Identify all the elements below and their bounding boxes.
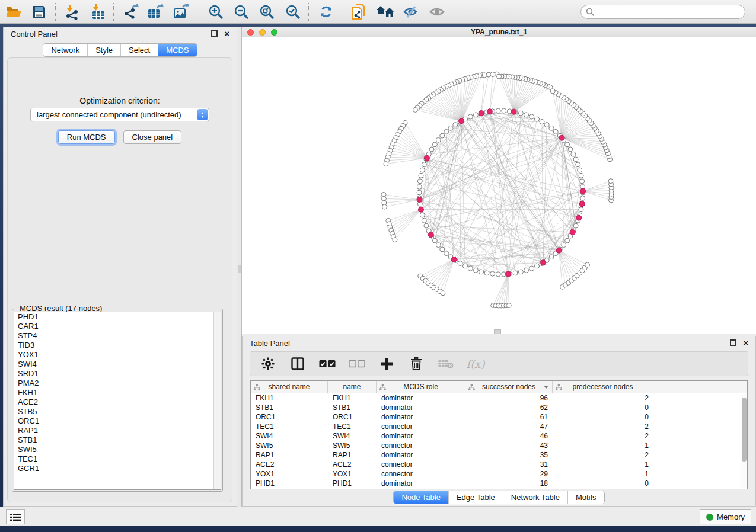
table-cell: 2 [553, 450, 653, 460]
mcds-list-scrollbar[interactable] [213, 312, 221, 489]
splitter-grip[interactable] [494, 329, 501, 334]
mcds-result-item[interactable]: RAP1 [14, 426, 221, 435]
open-file-icon[interactable] [3, 2, 24, 22]
mcds-result-item[interactable]: STP4 [14, 331, 221, 341]
add-column-icon[interactable] [378, 355, 395, 372]
settings-icon[interactable] [260, 355, 276, 372]
zoom-selected-icon[interactable] [282, 2, 304, 22]
mcds-result-item[interactable]: TEC1 [14, 454, 221, 464]
tab-style[interactable]: Style [88, 44, 121, 56]
dominator-node[interactable] [419, 207, 424, 212]
tab-select[interactable]: Select [121, 44, 158, 56]
mcds-result-list[interactable]: PHD1CAR1STP4TID3YOX1SWI4SRD1PMA2FKH1ACE2… [14, 312, 221, 490]
tab-edge-table[interactable]: Edge Table [449, 491, 503, 504]
column-header-name[interactable]: name [328, 381, 377, 393]
network-canvas[interactable] [242, 37, 756, 334]
mcds-result-item[interactable]: PMA2 [14, 379, 221, 388]
memory-button[interactable]: Memory [700, 509, 751, 524]
column-header-MCDS-role[interactable]: MCDS role [377, 381, 465, 393]
mcds-result-item[interactable]: FKH1 [14, 388, 221, 398]
mcds-result-item[interactable]: SRD1 [14, 369, 221, 379]
import-table-icon[interactable] [88, 2, 109, 22]
mcds-result-item[interactable]: PHD1 [14, 312, 221, 322]
dominator-node[interactable] [511, 109, 516, 114]
mcds-result-item[interactable]: ACE2 [14, 398, 221, 407]
column-header-predecessor-nodes[interactable]: predecessor nodes [553, 381, 653, 393]
dominator-node[interactable] [487, 109, 492, 114]
close-panel-button[interactable]: Close panel [123, 130, 182, 144]
table-row[interactable]: SWI4SWI4dominator462 [251, 431, 747, 441]
criterion-select[interactable]: largest connected component (undirected)… [30, 108, 209, 121]
table-row[interactable]: SWI5SWI5connector431 [251, 441, 747, 450]
tab-motifs[interactable]: Motifs [568, 491, 604, 504]
delete-icon[interactable] [408, 355, 425, 372]
dominator-node[interactable] [559, 135, 564, 140]
show-panel-icon[interactable] [426, 2, 448, 22]
mcds-result-item[interactable]: STB1 [14, 435, 221, 445]
refresh-icon[interactable] [315, 2, 337, 22]
export-table-icon[interactable] [145, 2, 166, 22]
float-panel-icon[interactable] [730, 339, 736, 346]
dominator-node[interactable] [570, 229, 575, 235]
close-panel-icon[interactable]: × [743, 338, 748, 348]
tab-node-table[interactable]: Node Table [394, 491, 449, 504]
network-titlebar[interactable]: YPA_prune.txt_1 [242, 27, 756, 37]
search-input[interactable] [580, 5, 745, 19]
dominator-node[interactable] [451, 257, 457, 262]
dominator-node[interactable] [417, 197, 422, 203]
dominator-node[interactable] [579, 201, 585, 207]
table-row[interactable]: ORC1ORC1dominator610 [251, 412, 747, 422]
table-row[interactable]: RAP1RAP1dominator352 [251, 450, 747, 460]
table-row[interactable]: TEC1TEC1connector472 [251, 422, 747, 431]
zoom-out-icon[interactable] [231, 2, 252, 22]
table-row[interactable]: FKH1FKH1dominator962 [251, 393, 747, 403]
mcds-result-item[interactable]: ORC1 [14, 416, 221, 426]
vertical-splitter[interactable] [237, 27, 242, 507]
tab-network[interactable]: Network [43, 44, 88, 56]
mcds-result-item[interactable]: SWI4 [14, 360, 221, 369]
dominator-node[interactable] [541, 260, 546, 265]
table-row[interactable]: PHD1PHD1dominator180 [251, 479, 747, 488]
table-cell: SWI4 [251, 431, 328, 441]
table-row[interactable]: YOX1YOX1connector291 [251, 469, 747, 479]
float-panel-icon[interactable] [211, 30, 218, 37]
run-mcds-button[interactable]: Run MCDS [58, 130, 115, 144]
dominator-node[interactable] [576, 215, 582, 220]
mcds-result-item[interactable]: CAR1 [14, 322, 221, 331]
tab-mcds[interactable]: MCDS [158, 44, 196, 56]
task-history-button[interactable] [6, 509, 25, 524]
table-scrollbar[interactable] [741, 394, 747, 488]
zoom-in-icon[interactable] [205, 2, 227, 22]
mcds-result-item[interactable]: YOX1 [14, 350, 221, 360]
table-row[interactable]: ACE2ACE2connector311 [251, 460, 747, 469]
dominator-node[interactable] [424, 155, 429, 161]
dominator-node[interactable] [580, 188, 586, 194]
clone-network-icon[interactable] [349, 2, 370, 22]
export-image-icon[interactable] [171, 2, 192, 22]
close-panel-icon[interactable]: × [224, 28, 229, 39]
dominator-node[interactable] [506, 271, 511, 277]
import-network-icon[interactable] [62, 2, 83, 22]
mcds-result-item[interactable]: GCR1 [14, 464, 221, 473]
home-icon[interactable] [375, 2, 396, 22]
column-header-successor-nodes[interactable]: successor nodes [465, 381, 553, 393]
mcds-result-item[interactable]: TID3 [14, 341, 221, 350]
dominator-node[interactable] [428, 232, 433, 238]
mcds-result-item[interactable]: SWI5 [14, 445, 221, 454]
zoom-fit-icon[interactable] [256, 2, 277, 22]
hide-panel-icon[interactable] [400, 2, 422, 22]
scrollbar-thumb[interactable] [742, 398, 747, 462]
mcds-result-item[interactable]: STB5 [14, 407, 221, 416]
deselect-all-icon[interactable] [349, 355, 365, 372]
tab-network-table[interactable]: Network Table [503, 491, 568, 504]
export-network-icon[interactable] [121, 2, 142, 22]
dominator-node[interactable] [459, 118, 464, 124]
save-icon[interactable] [28, 2, 50, 22]
dominator-node[interactable] [556, 248, 562, 253]
table-row[interactable]: STB1STB1dominator620 [251, 403, 747, 412]
select-all-icon[interactable] [319, 355, 336, 372]
column-header-shared-name[interactable]: shared name [251, 381, 328, 393]
split-columns-icon[interactable] [289, 355, 306, 372]
dominator-node[interactable] [479, 111, 484, 116]
splitter-grip[interactable] [238, 265, 241, 273]
